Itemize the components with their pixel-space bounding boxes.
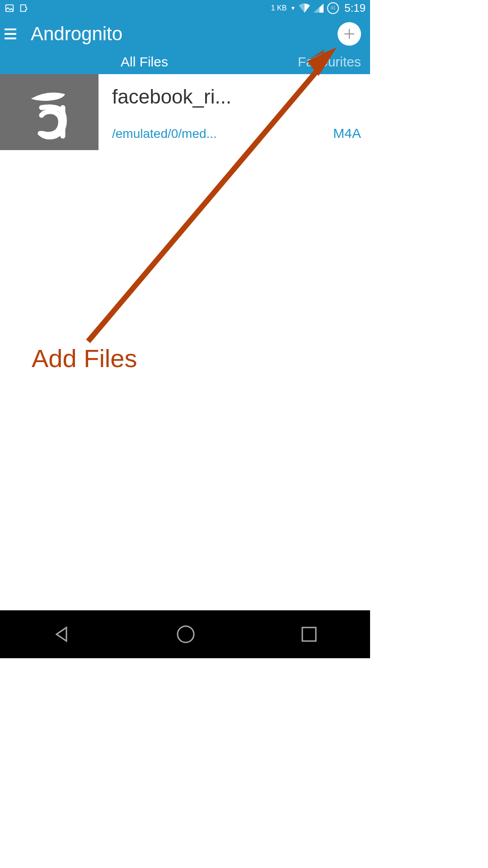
status-right: 1 KB ▼ 41 5:19 <box>271 2 366 14</box>
file-row[interactable]: facebook_ri... /emulated/0/med... M4A <box>0 74 370 150</box>
tabs: All Files Favourites <box>0 49 370 74</box>
back-button[interactable] <box>52 624 72 645</box>
battery-icon: 41 <box>327 2 339 14</box>
status-left <box>5 3 29 13</box>
recent-button[interactable] <box>300 625 319 644</box>
svg-point-7 <box>178 626 194 642</box>
wifi-icon <box>299 4 310 13</box>
add-button[interactable] <box>338 22 361 46</box>
home-button[interactable] <box>175 624 196 645</box>
plus-icon <box>343 27 356 41</box>
clock: 5:19 <box>344 2 366 14</box>
svg-rect-8 <box>302 627 316 641</box>
tab-all-files[interactable]: All Files <box>0 54 289 70</box>
file-thumbnail <box>0 74 99 150</box>
image-icon <box>5 3 14 13</box>
file-name: facebook_ri... <box>112 85 361 108</box>
app-logo-icon <box>20 83 79 142</box>
menu-icon[interactable] <box>5 28 18 39</box>
puzzle-icon <box>19 3 29 13</box>
file-path: /emulated/0/med... <box>112 127 217 141</box>
app-title: Andrognito <box>31 23 338 45</box>
app-bar: Andrognito <box>0 16 370 49</box>
annotation-label: Add Files <box>32 344 137 373</box>
signal-icon <box>314 4 324 13</box>
tab-favourites[interactable]: Favourites <box>289 54 370 70</box>
file-info: facebook_ri... /emulated/0/med... M4A <box>99 74 370 150</box>
status-bar: 1 KB ▼ 41 5:19 <box>0 0 370 16</box>
dropdown-icon: ▼ <box>290 5 296 11</box>
navigation-bar <box>0 610 370 658</box>
data-rate: 1 KB <box>271 4 287 12</box>
file-extension: M4A <box>333 126 361 141</box>
